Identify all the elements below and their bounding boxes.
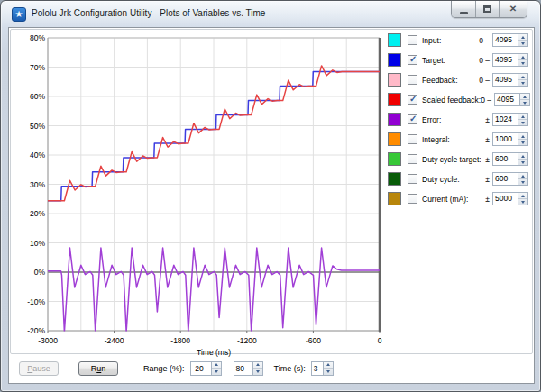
series-label: Current (mA):	[422, 195, 468, 204]
down-arrow-icon	[521, 141, 525, 144]
caption-buttons: ✕	[451, 1, 527, 18]
scale-up-button[interactable]	[518, 193, 527, 199]
scale-up-button[interactable]	[518, 34, 527, 41]
range-min-down-button[interactable]	[212, 369, 221, 375]
scale-up-button[interactable]	[518, 114, 527, 120]
series-scale-field[interactable]: 600	[492, 152, 518, 166]
series-checkbox[interactable]	[408, 194, 417, 204]
range-min-up-button[interactable]	[212, 362, 221, 369]
series-label: Scaled feedback:	[422, 96, 481, 105]
series-checkbox[interactable]	[408, 174, 417, 184]
series-checkbox[interactable]	[408, 95, 417, 105]
scale-down-button[interactable]	[518, 80, 527, 86]
scale-down-button[interactable]	[520, 100, 529, 105]
y-tick-label: 30%	[30, 180, 45, 189]
x-tick-label: 0	[378, 336, 382, 345]
series-scale-field[interactable]: 4095	[492, 53, 518, 67]
scale-down-button[interactable]	[518, 120, 527, 125]
legend-row: Feedback: 0 – 4095	[388, 72, 528, 87]
series-color-swatch	[388, 73, 401, 87]
series-range-prefix: ±	[485, 155, 492, 164]
time-down-button[interactable]	[324, 369, 333, 375]
up-arrow-icon	[521, 115, 525, 118]
scale-up-button[interactable]	[518, 133, 527, 140]
bottom-controls: Pause Run Range (%): -20 – 80 Time (s	[19, 360, 334, 376]
maximize-button[interactable]	[475, 1, 499, 17]
series-checkbox[interactable]	[408, 114, 417, 124]
up-arrow-icon	[521, 175, 525, 178]
series-scale-spinner: 5000	[492, 192, 528, 205]
series-scale-field[interactable]: 4095	[492, 33, 518, 47]
series-checkbox[interactable]	[408, 35, 417, 45]
run-button[interactable]: Run	[78, 361, 118, 376]
series-scale-field[interactable]: 5000	[492, 192, 518, 205]
series-scale-field[interactable]: 4095	[492, 73, 518, 87]
plot-canvas: -3000-2400-1800-1200-600080%70%60%50%40%…	[13, 31, 388, 357]
range-max-up-button[interactable]	[253, 362, 262, 369]
series-color-swatch	[388, 152, 401, 166]
up-arrow-icon	[326, 363, 330, 366]
scale-down-button[interactable]	[518, 140, 527, 145]
scale-up-button[interactable]	[518, 173, 527, 179]
scale-up-button[interactable]	[518, 54, 527, 60]
series-scale-field[interactable]: 1000	[492, 132, 518, 146]
range-dash: –	[225, 364, 230, 373]
x-axis-title: Time (ms)	[197, 348, 231, 357]
down-arrow-icon	[523, 102, 527, 105]
range-min-field[interactable]: -20	[190, 361, 212, 376]
pause-button[interactable]: Pause	[19, 361, 59, 376]
series-scale-spinner: 1000	[492, 132, 528, 146]
series-color-swatch	[388, 53, 401, 67]
down-arrow-icon	[326, 370, 330, 373]
range-max-field[interactable]: 80	[234, 361, 253, 376]
y-tick-label: -20%	[27, 326, 45, 335]
time-spinner: 3	[311, 361, 334, 376]
range-max-down-button[interactable]	[253, 369, 262, 375]
up-arrow-icon	[521, 56, 525, 59]
series-range-prefix: 0 –	[479, 56, 492, 65]
up-arrow-icon	[521, 36, 525, 39]
y-tick-label: 10%	[30, 239, 45, 248]
series-checkbox[interactable]	[408, 134, 417, 144]
title-bar[interactable]: ★ Pololu Jrk Configuration Utility - Plo…	[1, 1, 540, 27]
series-checkbox[interactable]	[408, 154, 417, 164]
scale-down-button[interactable]	[518, 199, 527, 205]
time-up-button[interactable]	[324, 362, 333, 369]
x-tick-label: -600	[306, 336, 321, 345]
scale-down-button[interactable]	[518, 160, 527, 165]
y-tick-label: 20%	[30, 209, 45, 218]
legend-row: Current (mA): ± 5000	[388, 191, 528, 206]
series-label: Error:	[422, 115, 441, 124]
scale-down-button[interactable]	[518, 60, 527, 66]
time-field[interactable]: 3	[311, 361, 324, 376]
series-range-prefix: ±	[485, 195, 492, 204]
scale-up-button[interactable]	[518, 74, 527, 80]
series-scale-field[interactable]: 1024	[492, 113, 518, 126]
series-checkbox[interactable]	[408, 55, 417, 65]
scale-down-button[interactable]	[518, 179, 527, 185]
legend-row: Duty cycle: ± 600	[388, 171, 528, 187]
down-arrow-icon	[521, 62, 525, 65]
up-arrow-icon	[521, 195, 525, 197]
up-arrow-icon	[256, 363, 260, 366]
series-range-prefix: ±	[485, 115, 492, 124]
up-arrow-icon	[521, 155, 525, 158]
series-scale-field[interactable]: 4095	[494, 93, 520, 106]
series-label: Integral:	[422, 135, 450, 144]
legend-row: Input: 0 – 4095	[388, 32, 528, 48]
scale-up-button[interactable]	[520, 94, 529, 100]
series-label: Target:	[422, 56, 445, 65]
close-button[interactable]: ✕	[499, 1, 527, 17]
x-tick-label: -2400	[105, 336, 124, 345]
minimize-button[interactable]	[452, 1, 475, 17]
series-scale-spinner: 4095	[492, 33, 528, 47]
series-range-prefix: ±	[485, 175, 492, 184]
scale-down-button[interactable]	[518, 41, 527, 46]
x-tick-label: -1200	[237, 336, 257, 345]
scale-up-button[interactable]	[518, 153, 527, 160]
series-scale-field[interactable]: 600	[492, 172, 518, 186]
series-color-swatch	[388, 192, 401, 205]
legend-panel: Input: 0 – 4095 Target: 0 – 4095 Feedbac…	[388, 32, 528, 211]
y-tick-label: 70%	[30, 63, 45, 72]
series-checkbox[interactable]	[408, 75, 417, 85]
